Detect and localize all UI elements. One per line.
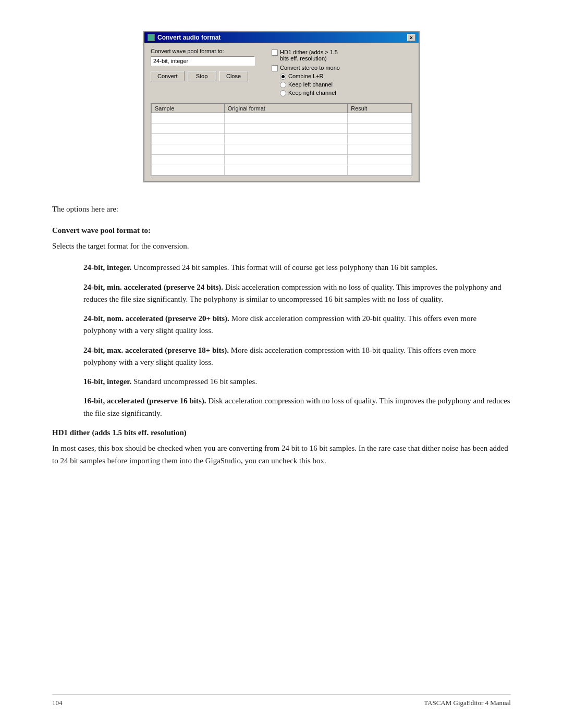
dialog-titlebar: Convert audio format ×	[144, 32, 419, 43]
keep-right-label: Keep right channel	[288, 90, 336, 96]
section2-heading: HD1 dither (adds 1.5 bits eff. resolutio…	[52, 427, 511, 439]
keep-left-radio[interactable]	[280, 82, 286, 88]
item5-term: 16-bit, integer.	[83, 377, 131, 386]
combine-label: Combine L+R	[288, 73, 324, 79]
item2-term: 24-bit, min. accelerated (preserve 24 bi…	[83, 283, 223, 291]
table-row	[152, 124, 412, 134]
stop-button[interactable]: Stop	[188, 71, 216, 81]
stereo-mono-label: Convert stereo to mono	[280, 65, 340, 71]
hd1-dither-label: HD1 dither (adds > 1.5bits eff. resoluti…	[280, 49, 338, 61]
body-intro: The options here are:	[52, 203, 511, 215]
format-select[interactable]: 24-bit, integer 24-bit, min. accelerated…	[151, 56, 255, 66]
section1: Convert wave pool format to: Selects the…	[52, 225, 511, 253]
table-body	[152, 113, 412, 176]
item3: 24-bit, nom. accelerated (preserve 20+ b…	[83, 313, 511, 337]
item1-term: 24-bit, integer.	[83, 263, 131, 272]
combine-radio-option: Combine L+R	[280, 73, 412, 80]
dialog-close-button[interactable]: ×	[407, 34, 415, 41]
page-number: 104	[52, 699, 63, 707]
col-original-format: Original format	[224, 104, 348, 113]
footer-title: TASCAM GigaEditor 4 Manual	[424, 699, 511, 707]
table-row	[152, 134, 412, 144]
keep-left-radio-option: Keep left channel	[280, 81, 412, 88]
keep-right-radio-option: Keep right channel	[280, 90, 412, 96]
table-row	[152, 144, 412, 155]
hd1-dither-option: HD1 dither (adds > 1.5bits eff. resoluti…	[272, 49, 412, 61]
hd1-dither-checkbox[interactable]	[272, 50, 278, 56]
item4-term: 24-bit, max. accelerated (preserve 18+ b…	[83, 346, 229, 354]
dialog-left-panel: Convert wave pool format to: 24-bit, int…	[151, 48, 265, 98]
item5: 16-bit, integer. Standard uncompressed 1…	[83, 376, 511, 388]
dialog-title: Convert audio format	[157, 34, 221, 41]
item3-term: 24-bit, nom. accelerated (preserve 20+ b…	[83, 314, 229, 323]
section1-text: Selects the target format for the conver…	[52, 240, 511, 252]
item6-term: 16-bit, accelerated (preserve 16 bits).	[83, 397, 206, 405]
dialog-table-container: Sample Original format Result	[151, 103, 412, 176]
format-select-wrapper: 24-bit, integer 24-bit, min. accelerated…	[151, 56, 265, 66]
dialog-right-panel: HD1 dither (adds > 1.5bits eff. resoluti…	[272, 48, 412, 98]
section2-text: In most cases, this box should be checke…	[52, 442, 511, 467]
item6: 16-bit, accelerated (preserve 16 bits). …	[83, 395, 511, 419]
dialog-body: Convert wave pool format to: 24-bit, int…	[144, 43, 419, 103]
intro-paragraph: The options here are:	[52, 203, 511, 215]
item5-text: Standard uncompressed 16 bit samples.	[131, 377, 257, 386]
dialog-titlebar-left: Convert audio format	[148, 34, 221, 41]
stereo-mono-checkbox[interactable]	[272, 65, 278, 71]
page: Convert audio format × Convert wave pool…	[0, 0, 563, 728]
buttons-row: Convert Stop Close	[151, 71, 265, 81]
dialog-container: Convert audio format × Convert wave pool…	[52, 31, 511, 182]
table-row	[152, 165, 412, 176]
col-sample: Sample	[152, 104, 225, 113]
dialog-title-icon	[148, 34, 155, 41]
stereo-to-mono-option: Convert stereo to mono	[272, 65, 412, 71]
results-table: Sample Original format Result	[151, 104, 412, 176]
keep-right-radio[interactable]	[280, 90, 286, 96]
keep-left-label: Keep left channel	[288, 81, 333, 88]
format-label: Convert wave pool format to:	[151, 48, 265, 54]
convert-button[interactable]: Convert	[151, 71, 185, 81]
combine-radio[interactable]	[280, 73, 286, 80]
footer: 104 TASCAM GigaEditor 4 Manual	[52, 694, 511, 707]
dialog-window: Convert audio format × Convert wave pool…	[143, 31, 420, 182]
item1: 24-bit, integer. Uncompressed 24 bit sam…	[83, 262, 511, 274]
table-row	[152, 113, 412, 124]
item1-text: Uncompressed 24 bit samples. This format…	[131, 263, 437, 272]
item2: 24-bit, min. accelerated (preserve 24 bi…	[83, 281, 511, 306]
section1-heading: Convert wave pool format to:	[52, 225, 511, 237]
close-button[interactable]: Close	[219, 71, 248, 81]
col-result: Result	[348, 104, 412, 113]
table-row	[152, 155, 412, 165]
section2: HD1 dither (adds 1.5 bits eff. resolutio…	[52, 427, 511, 467]
item4: 24-bit, max. accelerated (preserve 18+ b…	[83, 344, 511, 369]
